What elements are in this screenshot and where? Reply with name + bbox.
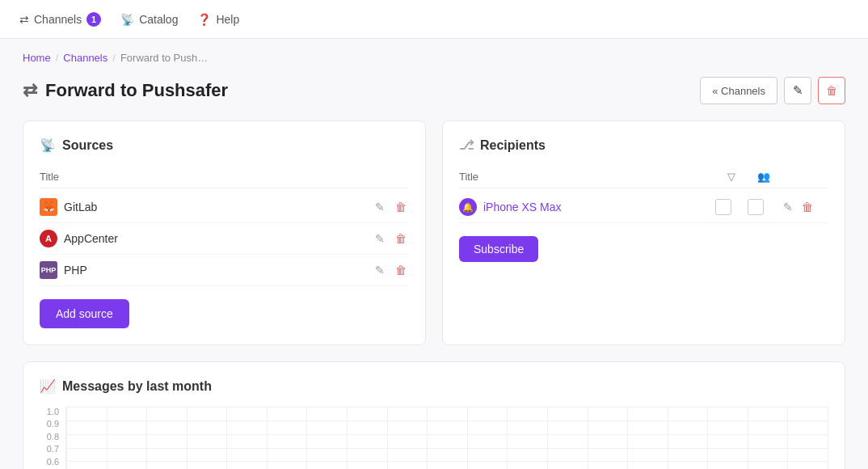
iphone-filter-checkbox[interactable] <box>715 199 748 215</box>
help-label: Help <box>216 13 239 26</box>
chart-area: 1.0 0.9 0.8 0.7 0.6 0.5 0.4 0.3 <box>40 407 828 469</box>
breadcrumb-current: Forward to Push… <box>120 52 208 64</box>
grid-col-0 <box>66 407 67 469</box>
y-label-4: 0.7 <box>40 444 59 454</box>
grid-col-8 <box>387 407 388 469</box>
appcenter-label: AppCenter <box>64 232 118 245</box>
page-header: ⇄ Forward to Pushsafer « Channels ✎ 🗑 <box>0 70 868 120</box>
grid-col-9 <box>427 407 428 469</box>
php-delete-icon[interactable]: 🗑 <box>393 262 409 278</box>
grid-col-6 <box>306 407 307 469</box>
chart-yaxis: 1.0 0.9 0.8 0.7 0.6 0.5 0.4 0.3 <box>40 407 65 469</box>
breadcrumb: Home / Channels / Forward to Push… <box>0 39 868 70</box>
page-title-container: ⇄ Forward to Pushsafer <box>23 80 228 101</box>
recipient-title-iphone: 🔔 iPhone XS Max <box>459 198 715 216</box>
php-icon: PHP <box>40 261 57 279</box>
recipients-card-title: ⎇ Recipients <box>459 137 828 153</box>
breadcrumb-channels[interactable]: Channels <box>63 52 107 64</box>
php-label: PHP <box>64 264 87 277</box>
sources-col-title: Title <box>40 171 409 183</box>
php-actions: ✎ 🗑 <box>372 262 409 278</box>
y-label-1: 1.0 <box>40 407 59 416</box>
gitlab-icon: 🦊 <box>40 198 57 216</box>
grid-col-14 <box>627 407 628 469</box>
recipients-title-text: Recipients <box>480 138 546 153</box>
filter-col-header: ▽ <box>715 171 748 183</box>
group-checkbox[interactable] <box>748 199 764 215</box>
recipients-table-header: Title ▽ 👥 <box>459 166 828 188</box>
help-icon: ❓ <box>197 13 211 26</box>
grid-col-4 <box>226 407 227 469</box>
recipients-card: ⎇ Recipients Title ▽ 👥 🔔 iPhone XS Max ✎ <box>442 120 845 345</box>
appcenter-icon: A <box>40 230 57 247</box>
grid-col-3 <box>187 407 188 469</box>
nav-help[interactable]: ❓ Help <box>197 10 239 29</box>
pushsafer-icon: 🔔 <box>459 198 477 216</box>
source-title-gitlab: 🦊 GitLab <box>40 198 372 216</box>
grid-col-1 <box>107 407 107 469</box>
y-label-2: 0.9 <box>40 419 59 429</box>
chart-section: 📈 Messages by last month 1.0 0.9 0.8 0.7… <box>23 361 845 469</box>
filter-checkbox[interactable] <box>715 199 731 215</box>
breadcrumb-sep2: / <box>112 52 116 64</box>
chart-title: 📈 Messages by last month <box>40 378 828 394</box>
source-row-appcenter: A AppCenter ✎ 🗑 <box>40 223 409 255</box>
chart-title-text: Messages by last month <box>62 379 212 394</box>
iphone-delete-icon[interactable]: 🗑 <box>799 199 815 215</box>
y-label-3: 0.8 <box>40 432 59 442</box>
subscribe-button[interactable]: Subscribe <box>459 236 538 262</box>
channels-badge: 1 <box>86 12 101 27</box>
grid-col-13 <box>588 407 588 469</box>
recipient-row-iphone: 🔔 iPhone XS Max ✎ 🗑 <box>459 192 828 223</box>
page-title: Forward to Pushsafer <box>45 80 228 101</box>
grid-col-5 <box>267 407 268 469</box>
nav-catalog[interactable]: 📡 Catalog <box>120 10 178 29</box>
grid-col-15 <box>668 407 668 469</box>
y-label-5: 0.6 <box>40 457 59 467</box>
chart-icon: 📈 <box>40 378 56 394</box>
channels-label: Channels <box>34 13 82 26</box>
iphone-actions: ✎ 🗑 <box>780 199 828 215</box>
grid-col-12 <box>547 407 548 469</box>
delete-icon: 🗑 <box>826 84 837 97</box>
main-content: 📡 Sources Title 🦊 GitLab ✎ 🗑 A AppCenter <box>0 120 868 345</box>
breadcrumb-sep1: / <box>56 52 59 64</box>
source-title-php: PHP PHP <box>40 261 372 279</box>
top-navigation: ⇄ Channels 1 📡 Catalog ❓ Help <box>0 0 868 39</box>
grid-col-16 <box>707 407 708 469</box>
channels-icon: ⇄ <box>19 13 29 26</box>
sources-table-header: Title <box>40 166 409 188</box>
appcenter-actions: ✎ 🗑 <box>372 230 409 247</box>
grid-col-2 <box>146 407 147 469</box>
sources-card-title: 📡 Sources <box>40 137 409 153</box>
appcenter-edit-icon[interactable]: ✎ <box>372 230 388 247</box>
delete-button[interactable]: 🗑 <box>818 77 845 104</box>
chart-grid <box>65 407 828 469</box>
source-row-gitlab: 🦊 GitLab ✎ 🗑 <box>40 192 409 223</box>
gitlab-edit-icon[interactable]: ✎ <box>372 199 388 215</box>
nav-channels[interactable]: ⇄ Channels 1 <box>19 9 101 30</box>
edit-button[interactable]: ✎ <box>784 77 811 104</box>
php-edit-icon[interactable]: ✎ <box>372 262 388 278</box>
add-source-button[interactable]: Add source <box>40 299 129 328</box>
iphone-label: iPhone XS Max <box>483 201 562 213</box>
gitlab-label: GitLab <box>64 201 97 213</box>
breadcrumb-home[interactable]: Home <box>23 52 51 64</box>
grid-col-19 <box>828 407 828 469</box>
iphone-group-checkbox[interactable] <box>748 199 780 215</box>
gitlab-delete-icon[interactable]: 🗑 <box>393 199 409 215</box>
header-actions: « Channels ✎ 🗑 <box>700 77 845 104</box>
grid-col-10 <box>467 407 468 469</box>
group-col-header: 👥 <box>748 171 780 183</box>
sources-card: 📡 Sources Title 🦊 GitLab ✎ 🗑 A AppCenter <box>23 120 426 345</box>
source-row-php: PHP PHP ✎ 🗑 <box>40 255 409 286</box>
catalog-label: Catalog <box>139 13 178 26</box>
appcenter-delete-icon[interactable]: 🗑 <box>393 230 409 247</box>
source-title-appcenter: A AppCenter <box>40 230 372 247</box>
gitlab-actions: ✎ 🗑 <box>372 199 409 215</box>
catalog-icon: 📡 <box>120 13 134 26</box>
iphone-edit-icon[interactable]: ✎ <box>780 199 796 215</box>
forward-icon: ⇄ <box>23 80 37 101</box>
back-to-channels-button[interactable]: « Channels <box>700 77 777 104</box>
grid-col-17 <box>748 407 748 469</box>
